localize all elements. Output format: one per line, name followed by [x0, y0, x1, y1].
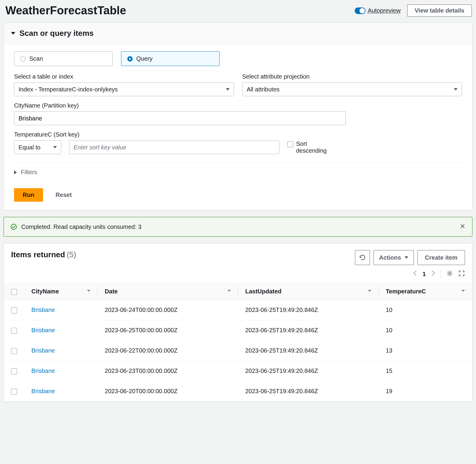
sort-icon [87, 290, 91, 292]
table-index-label: Select a table or index [14, 73, 234, 80]
lastupdated-cell: 2023-06-25T19:49:20.846Z [238, 320, 379, 341]
success-alert: Completed. Read capacity units consumed:… [4, 217, 472, 237]
row-checkbox[interactable] [11, 348, 17, 354]
table-index-value: Index - TemperatureC-index-onlykeys [19, 86, 118, 93]
sort-icon [368, 290, 371, 292]
row-checkbox[interactable] [11, 307, 17, 313]
alert-message: Completed. Read capacity units consumed:… [21, 223, 141, 230]
row-checkbox[interactable] [11, 389, 17, 395]
chevron-left-icon [413, 270, 417, 276]
create-item-button[interactable]: Create item [417, 250, 465, 265]
chevron-down-icon [405, 256, 408, 259]
divider [14, 163, 462, 163]
cityname-link[interactable]: Brisbane [31, 388, 55, 394]
svg-point-1 [449, 272, 451, 274]
projection-value: All attributes [247, 86, 280, 93]
select-all-checkbox[interactable] [11, 289, 17, 295]
row-checkbox[interactable] [11, 368, 17, 374]
reset-button[interactable]: Reset [56, 192, 72, 198]
page-next-button[interactable] [431, 270, 435, 278]
partition-key-input[interactable] [14, 111, 346, 125]
column-header-cityname[interactable]: CityName [24, 283, 98, 300]
date-cell: 2023-06-22T00:00:00.000Z [98, 341, 238, 361]
sort-icon [227, 290, 231, 292]
projection-select[interactable]: All attributes [242, 82, 462, 96]
table-row: Brisbane2023-06-24T00:00:00.000Z2023-06-… [4, 300, 472, 320]
alert-close-button[interactable] [460, 223, 466, 231]
refresh-icon [359, 254, 366, 261]
table-row: Brisbane2023-06-25T00:00:00.000Z2023-06-… [4, 320, 472, 341]
gear-icon [446, 270, 453, 277]
date-cell: 2023-06-25T00:00:00.000Z [98, 320, 238, 341]
actions-label: Actions [379, 254, 401, 261]
chevron-right-icon [431, 270, 435, 276]
sort-key-operator-select[interactable]: Equal to [14, 140, 61, 154]
results-table: CityName Date LastUpdated TemperatureC B… [4, 283, 472, 402]
temperature-cell: 13 [379, 341, 472, 361]
expand-icon [458, 270, 465, 277]
chevron-down-icon [53, 146, 57, 148]
sort-key-value-input[interactable] [69, 140, 279, 154]
view-table-details-button[interactable]: View table details [407, 4, 472, 17]
lastupdated-cell: 2023-06-25T19:49:20.846Z [238, 361, 379, 381]
sort-key-value-field[interactable] [74, 144, 275, 151]
collapse-icon[interactable] [11, 32, 15, 35]
page-number: 1 [423, 271, 426, 278]
column-header-temperaturec[interactable]: TemperatureC [379, 283, 472, 300]
scan-radio[interactable]: Scan [14, 51, 113, 66]
temperature-cell: 19 [379, 381, 472, 402]
autopreview-label: Autopreview [368, 7, 401, 14]
panel-title: Scan or query items [19, 29, 94, 38]
table-index-select[interactable]: Index - TemperatureC-index-onlykeys [14, 82, 234, 96]
partition-key-field[interactable] [19, 115, 341, 122]
filters-label: Filters [21, 169, 37, 176]
sort-key-label: TemperatureC (Sort key) [14, 131, 462, 138]
chevron-down-icon [226, 88, 229, 91]
sort-descending-checkbox[interactable] [287, 141, 293, 147]
table-row: Brisbane2023-06-23T00:00:00.000Z2023-06-… [4, 361, 472, 381]
run-button[interactable]: Run [14, 188, 43, 202]
cityname-link[interactable]: Brisbane [31, 347, 55, 354]
results-count: (5) [67, 250, 76, 259]
date-cell: 2023-06-20T00:00:00.000Z [98, 381, 238, 402]
scan-query-panel: Scan or query items Scan Query Select a … [4, 22, 472, 210]
lastupdated-cell: 2023-06-25T19:49:20.846Z [238, 381, 379, 402]
autopreview-toggle[interactable]: Autopreview [355, 7, 401, 14]
refresh-button[interactable] [355, 250, 370, 265]
results-title: Items returned [11, 250, 65, 259]
lastupdated-cell: 2023-06-25T19:49:20.846Z [238, 300, 379, 320]
query-label: Query [136, 55, 152, 62]
check-circle-icon [10, 223, 17, 230]
svg-point-0 [11, 224, 16, 229]
divider [441, 270, 441, 278]
page-prev-button[interactable] [413, 270, 417, 278]
cityname-link[interactable]: Brisbane [31, 307, 55, 313]
chevron-down-icon [454, 88, 457, 91]
lastupdated-cell: 2023-06-25T19:49:20.846Z [238, 341, 379, 361]
date-cell: 2023-06-24T00:00:00.000Z [98, 300, 238, 320]
row-checkbox[interactable] [11, 328, 17, 334]
toggle-switch-icon [355, 7, 365, 14]
chevron-right-icon [14, 170, 17, 174]
page-title: WeatherForecastTable [5, 4, 126, 17]
fullscreen-button[interactable] [458, 270, 465, 278]
column-header-lastupdated[interactable]: LastUpdated [238, 283, 379, 300]
temperature-cell: 15 [379, 361, 472, 381]
radio-icon [20, 56, 26, 62]
cityname-link[interactable]: Brisbane [31, 367, 55, 374]
radio-icon [127, 56, 133, 62]
table-row: Brisbane2023-06-22T00:00:00.000Z2023-06-… [4, 341, 472, 361]
results-panel: Items returned (5) Actions Create item 1 [4, 243, 472, 402]
query-radio[interactable]: Query [121, 51, 220, 66]
sort-descending-label: Sort descending [296, 140, 329, 154]
settings-button[interactable] [446, 270, 453, 278]
sort-key-op-value: Equal to [19, 144, 40, 151]
actions-dropdown-button[interactable]: Actions [374, 250, 414, 265]
date-cell: 2023-06-23T00:00:00.000Z [98, 361, 238, 381]
cityname-link[interactable]: Brisbane [31, 327, 55, 333]
filters-expander[interactable]: Filters [14, 169, 462, 176]
column-header-date[interactable]: Date [98, 283, 238, 300]
close-icon [460, 223, 466, 229]
scan-label: Scan [29, 55, 43, 62]
temperature-cell: 10 [379, 320, 472, 341]
